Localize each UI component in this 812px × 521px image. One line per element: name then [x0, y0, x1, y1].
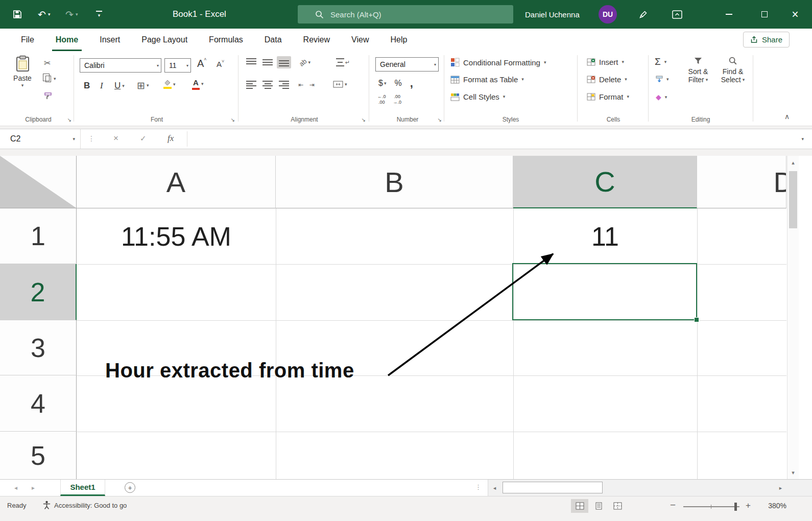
page-break-preview-button[interactable] — [609, 499, 626, 513]
font-name-select[interactable]: Calibri ▾ — [80, 58, 161, 73]
sort-filter-button[interactable]: Sort & Filter ▾ — [682, 57, 714, 84]
horizontal-scroll-thumb[interactable] — [503, 482, 603, 493]
avatar[interactable]: DU — [599, 5, 617, 23]
column-header-b[interactable]: B — [276, 156, 513, 208]
alignment-dialog-launcher-icon[interactable]: ↘ — [362, 117, 366, 123]
namebox-resize-handle[interactable]: ⋮ — [88, 134, 95, 143]
column-header-c[interactable]: C — [513, 156, 697, 208]
tab-formulas[interactable]: Formulas — [198, 29, 254, 51]
close-button[interactable]: × — [783, 0, 807, 29]
copy-button[interactable]: ▾ — [43, 76, 56, 82]
zoom-level[interactable]: 380% — [760, 502, 786, 510]
maximize-button[interactable] — [753, 0, 776, 29]
row-header-3[interactable]: 3 — [0, 320, 77, 375]
merge-center-button[interactable]: ▾ — [333, 81, 347, 88]
tab-review[interactable]: Review — [293, 29, 341, 51]
zoom-slider-track[interactable] — [683, 506, 739, 507]
tab-insert[interactable]: Insert — [89, 29, 131, 51]
find-select-button[interactable]: Find & Select ▾ — [717, 56, 749, 84]
selection-box[interactable] — [512, 263, 697, 320]
increase-decimal-button[interactable]: ←.0.00 — [377, 94, 386, 106]
tab-file[interactable]: File — [10, 29, 45, 51]
zoom-slider-thumb[interactable] — [734, 503, 737, 511]
bold-button[interactable]: B — [84, 81, 90, 91]
prev-sheet-button[interactable]: ◂ — [14, 484, 17, 491]
align-bottom-button[interactable] — [277, 56, 291, 68]
decrease-decimal-button[interactable]: .00→.0 — [393, 94, 402, 106]
underline-button[interactable]: U ▾ — [114, 81, 125, 91]
percent-style-button[interactable]: % — [394, 79, 401, 88]
accounting-format-button[interactable]: $ ▾ — [378, 79, 386, 88]
orientation-button[interactable]: ab ▾ — [297, 57, 313, 68]
zoom-in-button[interactable]: + — [746, 501, 751, 511]
align-center-button[interactable] — [260, 79, 275, 91]
fill-handle[interactable] — [694, 317, 699, 322]
tab-scrollbar-splitter[interactable]: ⋮ — [475, 483, 482, 491]
clear-button[interactable]: ◆ ▾ — [656, 93, 667, 101]
row-header-1[interactable]: 1 — [0, 208, 77, 264]
undo-button[interactable]: ↶ ▾ — [38, 0, 50, 29]
zoom-out-button[interactable]: − — [670, 500, 676, 511]
draw-pen-button[interactable] — [638, 0, 648, 29]
cancel-entry-button[interactable]: × — [113, 133, 118, 144]
row-header-2[interactable]: 2 — [0, 264, 77, 320]
font-dialog-launcher-icon[interactable]: ↘ — [231, 117, 235, 123]
borders-button[interactable]: ⊞ ▾ — [137, 80, 149, 91]
tab-home[interactable]: Home — [45, 29, 89, 51]
vertical-scroll-thumb[interactable] — [789, 171, 797, 228]
column-header-a[interactable]: A — [77, 156, 276, 208]
scroll-down-button[interactable]: ▾ — [787, 467, 799, 478]
italic-button[interactable]: I — [100, 81, 103, 91]
tab-data[interactable]: Data — [254, 29, 293, 51]
align-right-button[interactable] — [277, 79, 291, 91]
accessibility-status[interactable]: Accessibility: Good to go — [43, 500, 127, 509]
fill-color-button[interactable]: ▾ — [163, 80, 176, 89]
select-all-corner[interactable] — [0, 156, 77, 208]
collapse-ribbon-button[interactable]: ∧ — [784, 112, 790, 121]
format-as-table-button[interactable]: Format as Table ▾ — [450, 75, 524, 84]
cell-styles-button[interactable]: Cell Styles ▾ — [450, 92, 505, 101]
font-size-select[interactable]: 11 ▾ — [164, 58, 191, 73]
conditional-formatting-button[interactable]: Conditional Formatting ▾ — [450, 58, 546, 67]
normal-view-button[interactable] — [571, 499, 588, 513]
format-cells-button[interactable]: Format ▾ — [587, 92, 629, 101]
ribbon-display-options-button[interactable] — [672, 0, 682, 29]
vertical-scrollbar[interactable]: ▴ ▾ — [787, 156, 799, 479]
cell-c1[interactable]: 11 — [513, 208, 697, 264]
align-left-button[interactable] — [244, 79, 258, 91]
insert-cells-button[interactable]: Insert ▾ — [587, 58, 624, 66]
cut-button[interactable]: ✂ — [44, 58, 51, 68]
formula-input[interactable] — [193, 129, 790, 149]
paste-button[interactable]: Paste ▾ — [9, 55, 36, 88]
share-button[interactable]: Share — [743, 32, 790, 48]
number-format-select[interactable]: General ▾ — [375, 57, 439, 72]
tab-help[interactable]: Help — [379, 29, 418, 51]
comma-style-button[interactable]: , — [410, 77, 413, 90]
insert-function-button[interactable]: fx — [168, 133, 174, 144]
spreadsheet-grid[interactable]: A B C D 1 2 3 4 5 11:55 AM 11 Hour extra… — [0, 156, 786, 479]
wrap-text-button[interactable]: ↵ — [336, 58, 350, 66]
tab-page-layout[interactable]: Page Layout — [131, 29, 198, 51]
align-middle-button[interactable] — [260, 56, 275, 68]
column-header-d[interactable]: D — [697, 156, 786, 208]
search-input[interactable]: Search (Alt+Q) — [298, 5, 513, 23]
formula-bar-expand-icon[interactable]: ▾ — [801, 137, 804, 141]
align-top-button[interactable] — [244, 56, 258, 68]
save-button[interactable] — [12, 0, 22, 29]
clipboard-dialog-launcher-icon[interactable]: ↘ — [67, 117, 71, 123]
delete-cells-button[interactable]: Delete ▾ — [587, 75, 627, 84]
name-box[interactable]: C2 ▾ — [4, 129, 81, 149]
redo-button[interactable]: ↷ ▾ — [65, 0, 78, 29]
next-sheet-button[interactable]: ▸ — [32, 484, 35, 491]
increase-indent-button[interactable]: ⇥ — [307, 79, 317, 90]
new-sheet-button[interactable]: + — [125, 482, 135, 493]
cell-a1[interactable]: 11:55 AM — [77, 208, 276, 264]
customize-quick-access-button[interactable]: ▾ — [96, 0, 102, 29]
tab-view[interactable]: View — [341, 29, 379, 51]
number-dialog-launcher-icon[interactable]: ↘ — [438, 117, 442, 123]
page-layout-view-button[interactable] — [590, 499, 607, 513]
font-color-button[interactable]: A ▾ — [192, 79, 204, 90]
autosum-button[interactable]: Σ ▾ — [655, 56, 666, 67]
scroll-left-button[interactable]: ◂ — [488, 480, 501, 496]
scroll-right-button[interactable]: ▸ — [774, 480, 787, 496]
